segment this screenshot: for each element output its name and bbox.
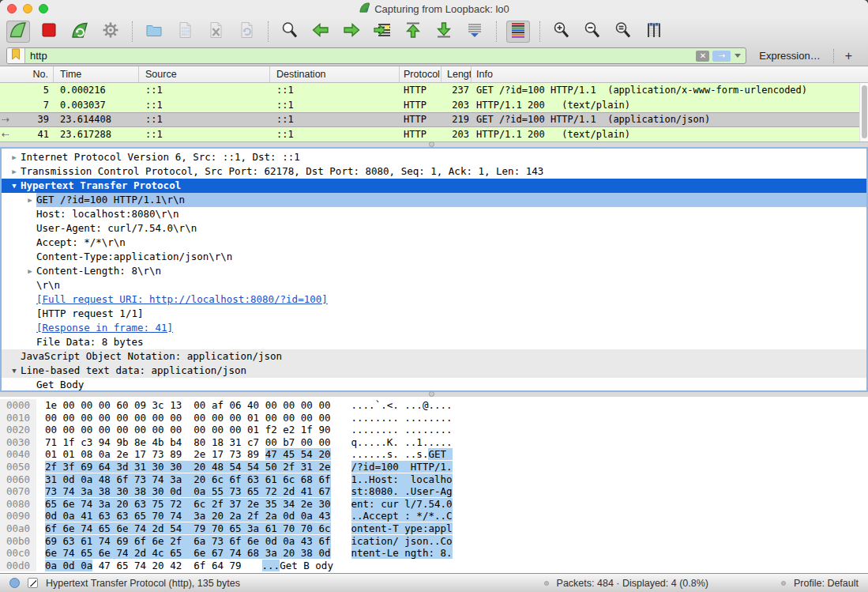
detail-row[interactable]: File Data: 8 bytes xyxy=(2,335,866,349)
pane-splitter-bottom[interactable] xyxy=(0,392,868,397)
collapse-toggle-icon[interactable]: ▶ xyxy=(24,193,36,207)
stop-capture-button[interactable] xyxy=(37,21,61,43)
hex-row[interactable]: 001000 00 00 00 00 00 00 00 00 00 00 01 … xyxy=(0,412,868,424)
reload-file-button[interactable] xyxy=(235,21,258,43)
column-header-info[interactable]: Info xyxy=(472,66,868,82)
hex-bytes: 73 74 3a 38 30 38 30 0d 0a 55 73 65 72 2… xyxy=(36,485,331,498)
save-document-icon: 010101100011 xyxy=(175,21,194,43)
minimize-window-button[interactable] xyxy=(23,4,32,13)
previous-packet-button[interactable] xyxy=(309,21,333,43)
packet-list-pane: No. Time Source Destination Protocol Len… xyxy=(0,66,868,142)
toggle-placeholder xyxy=(24,307,36,321)
colorize-button[interactable] xyxy=(506,21,530,43)
hex-row[interactable]: 00b069 63 61 74 69 6f 6e 2f 6a 73 6f 6e … xyxy=(0,535,868,548)
zoom-out-button[interactable] xyxy=(581,21,604,43)
collapse-toggle-icon[interactable]: ▶ xyxy=(8,150,21,164)
packet-list-scrollbar[interactable] xyxy=(859,83,868,141)
go-to-packet-button[interactable] xyxy=(370,21,394,43)
first-packet-button[interactable] xyxy=(401,21,425,43)
column-header-time[interactable]: Time xyxy=(54,66,139,82)
packet-row[interactable]: 70.003037::1::1HTTP203HTTP/1.1 200 (text… xyxy=(0,98,868,113)
status-profile[interactable]: Profile: Default xyxy=(794,578,859,589)
hex-row[interactable]: 00001e 00 00 00 60 09 3c 13 00 af 06 40 … xyxy=(0,399,868,412)
hex-row[interactable]: 00c06e 74 65 6e 74 2d 4c 65 6e 67 74 68 … xyxy=(0,547,868,560)
expert-info-icon[interactable] xyxy=(9,578,20,588)
save-file-button[interactable]: 010101100011 xyxy=(173,21,197,43)
filter-bookmark-button[interactable] xyxy=(7,48,25,63)
detail-row[interactable]: Host: localhost:8080\r\n xyxy=(2,207,866,221)
hex-row[interactable]: 00900d 0a 41 63 63 65 70 74 3a 20 2a 2f … xyxy=(0,510,868,522)
hex-row[interactable]: 006031 0d 0a 48 6f 73 74 3a 20 6c 6f 63 … xyxy=(0,473,868,486)
detail-row[interactable]: \r\n xyxy=(2,278,866,292)
column-header-source[interactable]: Source xyxy=(139,66,270,82)
zoom-reset-button[interactable] xyxy=(611,21,635,43)
filter-clear-button[interactable]: ✕ xyxy=(696,51,709,62)
toggle-placeholder xyxy=(24,236,36,250)
detail-row[interactable]: ▶Transmission Control Protocol, Src Port… xyxy=(2,164,866,179)
hex-row[interactable]: 004001 01 08 0a 2e 17 73 89 2e 17 73 89 … xyxy=(0,448,868,461)
detail-row[interactable]: Accept: */*\r\n xyxy=(2,236,866,250)
hex-row[interactable]: 008065 6e 74 3a 20 63 75 72 6c 2f 37 2e … xyxy=(0,498,868,511)
resize-columns-button[interactable] xyxy=(642,21,666,43)
display-filter-field: ✕ ➝ xyxy=(6,47,746,64)
splitter-handle-icon[interactable] xyxy=(429,391,434,397)
detail-row[interactable]: ▼Hypertext Transfer Protocol xyxy=(2,179,866,193)
detail-row[interactable]: [HTTP request 1/1] xyxy=(2,307,866,321)
toggle-placeholder xyxy=(24,250,36,264)
collapse-toggle-icon[interactable]: ▶ xyxy=(24,264,36,278)
find-packet-button[interactable] xyxy=(278,21,302,43)
column-header-no[interactable]: No. xyxy=(0,66,54,82)
toggle-placeholder xyxy=(24,321,36,335)
packet-row[interactable]: 41⇠23.617288::1::1HTTP203HTTP/1.1 200 (t… xyxy=(0,127,868,142)
detail-row[interactable]: User-Agent: curl/7.54.0\r\n xyxy=(2,221,866,236)
reload-document-icon xyxy=(237,21,256,43)
detail-text: Internet Protocol Version 6, Src: ::1, D… xyxy=(21,150,300,164)
packet-row[interactable]: 50.000216::1::1HTTP237GET /?id=100 HTTP/… xyxy=(0,83,868,98)
start-capture-button[interactable] xyxy=(6,21,30,43)
close-file-button[interactable] xyxy=(204,21,227,43)
detail-row[interactable]: ▼Line-based text data: application/json xyxy=(2,364,866,378)
add-filter-button[interactable]: + xyxy=(834,49,862,63)
detail-row[interactable]: ▶Internet Protocol Version 6, Src: ::1, … xyxy=(2,150,866,164)
hex-row[interactable]: 00502f 3f 69 64 3d 31 30 30 20 48 54 54 … xyxy=(0,461,868,473)
filter-apply-button[interactable]: ➝ xyxy=(712,51,731,62)
collapse-toggle-icon[interactable]: ▶ xyxy=(8,164,21,179)
capture-comment-icon[interactable] xyxy=(28,578,38,588)
splitter-handle-icon[interactable] xyxy=(429,141,434,147)
detail-row[interactable]: ▶GET /?id=100 HTTP/1.1\r\n xyxy=(2,193,866,207)
hex-row[interactable]: 002000 00 00 00 00 00 00 00 00 00 00 01 … xyxy=(0,424,868,436)
column-header-length[interactable]: Length xyxy=(442,66,472,82)
packet-cell-length: 203 xyxy=(442,127,472,142)
hex-row[interactable]: 00d00a 0d 0a 47 65 74 20 42 6f 64 79...G… xyxy=(0,560,868,572)
open-file-button[interactable] xyxy=(142,21,166,43)
detail-row[interactable]: JavaScript Object Notation: application/… xyxy=(2,349,866,364)
hex-row[interactable]: 00a06f 6e 74 65 6e 74 2d 54 79 70 65 3a … xyxy=(0,522,868,535)
display-filter-input[interactable] xyxy=(25,50,696,62)
hex-row[interactable]: 007073 74 3a 38 30 38 30 0d 0a 55 73 65 … xyxy=(0,485,868,498)
pane-splitter-top[interactable] xyxy=(0,142,868,147)
filter-dropdown-caret[interactable] xyxy=(735,54,741,58)
column-header-protocol[interactable]: Protocol xyxy=(400,66,442,82)
detail-row[interactable]: Content-Type:application/json\r\n xyxy=(2,250,866,264)
zoom-window-button[interactable] xyxy=(39,4,48,13)
expand-toggle-icon[interactable]: ▼ xyxy=(8,179,21,193)
detail-row[interactable]: Get Body xyxy=(2,378,866,392)
packet-cell-protocol: HTTP xyxy=(400,98,442,113)
detail-row[interactable]: ▶Content-Length: 8\r\n xyxy=(2,264,866,278)
last-packet-button[interactable] xyxy=(432,21,456,43)
expression-button[interactable]: Expression… xyxy=(746,50,832,62)
detail-row[interactable]: [Full request URI: http://localhost:8080… xyxy=(2,292,866,307)
detail-row[interactable]: [Response in frame: 41] xyxy=(2,321,866,335)
restart-capture-button[interactable] xyxy=(68,21,92,43)
capture-options-button[interactable] xyxy=(99,21,122,43)
hex-row[interactable]: 003071 1f c3 94 9b 8e 4b b4 80 18 31 c7 … xyxy=(0,436,868,449)
hex-ascii: ........ ........ xyxy=(331,424,453,436)
column-header-destination[interactable]: Destination xyxy=(270,66,400,82)
next-packet-button[interactable] xyxy=(340,21,363,43)
close-window-button[interactable] xyxy=(7,4,17,13)
expand-toggle-icon[interactable]: ▼ xyxy=(8,364,21,378)
auto-scroll-button[interactable] xyxy=(463,21,487,43)
scrollbar-thumb[interactable] xyxy=(862,85,867,138)
packet-row[interactable]: 39⇢23.614408::1::1HTTP219GET /?id=100 HT… xyxy=(0,112,868,127)
zoom-in-button[interactable] xyxy=(550,21,573,43)
